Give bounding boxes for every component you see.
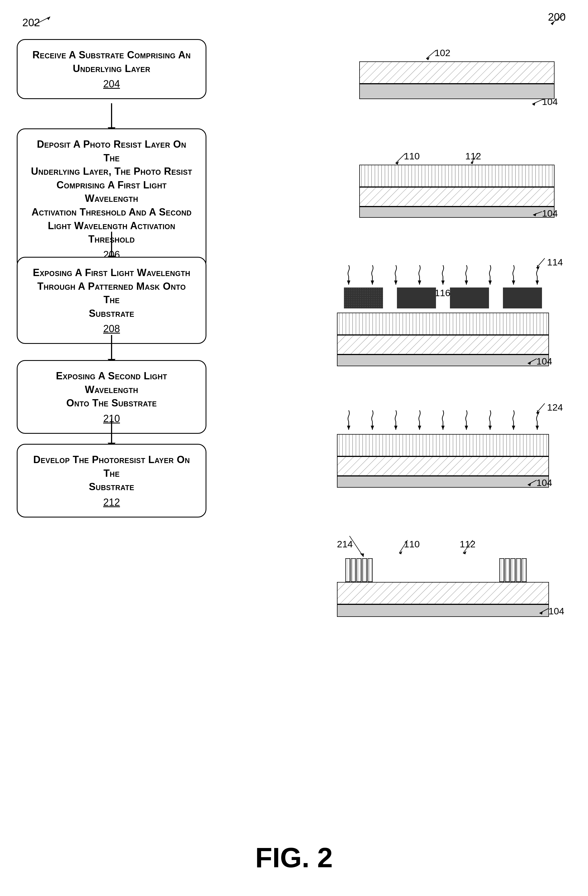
arrow-112-4 bbox=[457, 539, 474, 555]
svg-marker-39 bbox=[536, 280, 539, 285]
diagram-212: 214 110 112 bbox=[326, 536, 566, 642]
diagram-204: 102 104 bbox=[348, 45, 566, 112]
mask-square-3 bbox=[450, 288, 489, 308]
arrow-104-4 bbox=[523, 479, 539, 489]
svg-line-2 bbox=[551, 14, 565, 24]
svg-marker-87 bbox=[528, 483, 531, 486]
svg-marker-63 bbox=[371, 426, 374, 430]
svg-rect-45 bbox=[397, 288, 436, 308]
layer-104-diag4 bbox=[337, 476, 549, 488]
svg-marker-77 bbox=[536, 426, 539, 430]
layer-underlying-1 bbox=[359, 187, 555, 207]
svg-marker-9 bbox=[532, 102, 536, 106]
layer-110-1 bbox=[359, 165, 555, 187]
svg-marker-1 bbox=[47, 17, 50, 20]
svg-marker-33 bbox=[465, 280, 468, 285]
diagram-206: 110 112 bbox=[348, 148, 566, 221]
svg-rect-83 bbox=[337, 434, 548, 456]
svg-marker-35 bbox=[488, 280, 492, 285]
svg-rect-17 bbox=[360, 187, 554, 206]
svg-marker-69 bbox=[441, 426, 445, 430]
svg-marker-61 bbox=[347, 426, 350, 430]
svg-marker-25 bbox=[371, 280, 374, 285]
fig-label: FIG. 2 bbox=[255, 841, 333, 874]
svg-rect-98 bbox=[363, 559, 366, 581]
layer-110-3 bbox=[337, 434, 549, 456]
svg-marker-73 bbox=[488, 426, 492, 430]
mask-square-4 bbox=[503, 288, 542, 308]
arrow-210-212 bbox=[111, 419, 112, 444]
layer-104-diag3 bbox=[337, 355, 549, 366]
svg-line-10 bbox=[395, 154, 405, 163]
svg-rect-7 bbox=[360, 62, 554, 83]
arrow-104-2 bbox=[528, 209, 545, 219]
arrow-104-3 bbox=[523, 357, 539, 367]
developed-pillars bbox=[337, 558, 549, 582]
layer-underlying-4 bbox=[337, 582, 549, 604]
layer-102 bbox=[359, 61, 555, 84]
svg-rect-55 bbox=[337, 335, 548, 354]
svg-rect-103 bbox=[517, 559, 521, 581]
mask-208 bbox=[337, 288, 549, 308]
svg-marker-67 bbox=[418, 426, 421, 430]
svg-rect-44 bbox=[344, 288, 383, 308]
svg-line-90 bbox=[399, 540, 407, 553]
layer-104-diag5 bbox=[337, 604, 549, 617]
svg-line-4 bbox=[426, 50, 436, 59]
svg-rect-101 bbox=[506, 559, 509, 581]
layer-underlying-3 bbox=[337, 456, 549, 476]
svg-marker-37 bbox=[512, 280, 515, 285]
svg-rect-47 bbox=[503, 288, 542, 308]
svg-rect-95 bbox=[346, 559, 350, 581]
svg-marker-19 bbox=[533, 213, 536, 216]
svg-rect-53 bbox=[337, 313, 548, 334]
svg-rect-100 bbox=[500, 559, 504, 581]
svg-rect-15 bbox=[360, 165, 554, 186]
arrow-104-5 bbox=[535, 607, 551, 617]
svg-marker-65 bbox=[394, 426, 398, 430]
arrow-102 bbox=[422, 47, 439, 61]
layer-110-2 bbox=[337, 312, 549, 335]
layer-underlying-2 bbox=[337, 335, 549, 355]
svg-marker-75 bbox=[512, 426, 515, 430]
svg-marker-57 bbox=[528, 361, 531, 365]
svg-rect-85 bbox=[337, 457, 548, 475]
light-arrows-210 bbox=[337, 410, 549, 430]
svg-rect-46 bbox=[450, 288, 489, 308]
hatch-pattern-102 bbox=[360, 62, 554, 83]
svg-rect-102 bbox=[511, 559, 515, 581]
arrow-110-4 bbox=[392, 539, 412, 555]
svg-rect-96 bbox=[351, 559, 356, 581]
arrow-204-206 bbox=[111, 103, 112, 128]
flow-step-212: Develop the photoresist layer on the sub… bbox=[17, 444, 207, 518]
arrow-206-208 bbox=[111, 232, 112, 257]
mask-square-2 bbox=[397, 288, 436, 308]
svg-rect-97 bbox=[357, 559, 361, 581]
flow-step-204: Receive a substrate comprising an underl… bbox=[17, 39, 207, 99]
arrow-214 bbox=[347, 536, 369, 558]
svg-rect-104 bbox=[522, 559, 526, 581]
ref-label-200: 200 bbox=[548, 11, 566, 23]
svg-line-92 bbox=[463, 540, 473, 553]
diagram-210: 124 110 bbox=[326, 402, 566, 519]
arrow-104-1 bbox=[527, 96, 546, 107]
page: 202 200 Receive a substrate comprising a… bbox=[0, 0, 588, 896]
diagram-208: 114 116 bbox=[326, 257, 566, 377]
svg-line-12 bbox=[471, 154, 478, 163]
svg-marker-71 bbox=[465, 426, 468, 430]
mask-square-1 bbox=[344, 288, 383, 308]
light-arrows-208 bbox=[337, 265, 549, 285]
svg-rect-99 bbox=[368, 559, 372, 581]
arrow-208-210 bbox=[111, 335, 112, 360]
svg-marker-23 bbox=[347, 280, 350, 285]
ref-label-202: 202 bbox=[22, 17, 40, 29]
svg-marker-108 bbox=[539, 611, 543, 615]
arrow-110-1 bbox=[391, 151, 408, 165]
layer-104-diag2 bbox=[359, 207, 555, 218]
svg-marker-89 bbox=[360, 553, 364, 557]
flow-step-208: Exposing a first light wavelength throug… bbox=[17, 257, 207, 344]
arrow-112-1 bbox=[462, 151, 479, 165]
layer-104-diag1 bbox=[359, 84, 555, 99]
svg-marker-29 bbox=[418, 280, 421, 285]
svg-rect-106 bbox=[337, 582, 548, 604]
